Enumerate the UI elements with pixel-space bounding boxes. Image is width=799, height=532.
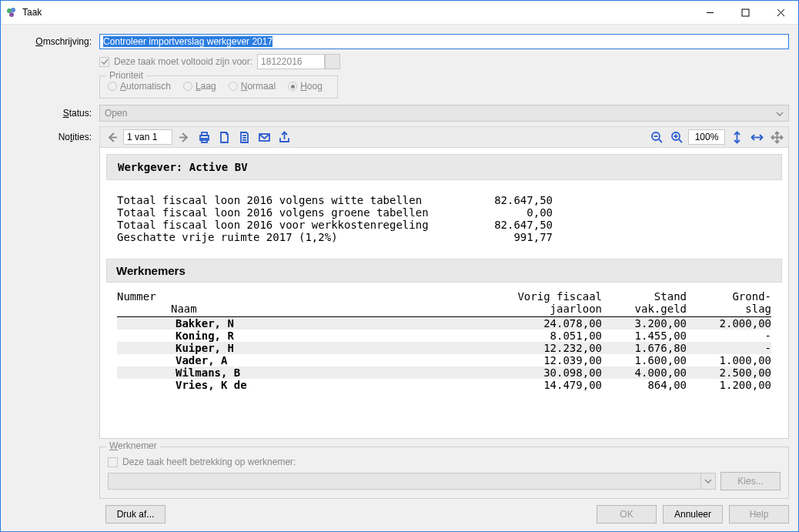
next-page-button[interactable]	[176, 129, 192, 146]
priority-radio-aag: Laag	[183, 81, 216, 92]
svg-rect-4	[742, 9, 749, 16]
table-row: Bakker, N24.078,003.200,002.000,00	[117, 317, 771, 330]
maximize-button[interactable]	[727, 1, 763, 24]
minimize-button[interactable]	[692, 1, 727, 24]
chevron-down-icon	[776, 108, 784, 119]
werknemer-combo	[108, 473, 716, 490]
deadline-picker-button	[325, 54, 340, 69]
deadline-input: 18122016	[257, 54, 325, 69]
totals-row: Totaal fiscaal loon 2016 voor werkkosten…	[117, 219, 771, 231]
omschrijving-input[interactable]: Controleer importverslag werkgever 2017	[99, 34, 789, 49]
svg-point-2	[9, 12, 14, 17]
deadline-checkbox	[99, 57, 109, 67]
document-button[interactable]	[236, 129, 252, 146]
window-controls	[692, 1, 798, 24]
print-dialog-button[interactable]: Druk af...	[105, 505, 165, 524]
fit-page-button[interactable]	[768, 129, 785, 146]
report-totals: Totaal fiscaal loon 2016 volgens witte t…	[106, 180, 782, 249]
window-title: Taak	[22, 7, 692, 18]
priority-fieldset: Prioriteit AutomatischLaagNormaalHoog	[99, 75, 338, 99]
cancel-button[interactable]: Annuleer	[663, 505, 723, 524]
table-row: Wilmans, B30.098,004.000,002.500,00	[117, 366, 771, 379]
werknemer-checkbox	[108, 457, 118, 467]
svg-point-1	[11, 8, 15, 12]
totals-row: Totaal fiscaal loon 2016 volgens groene …	[117, 206, 771, 219]
status-label: Status:	[10, 108, 99, 119]
kies-button: Kies...	[720, 472, 781, 490]
dialog-footer: Druk af... OK Annuleer Help	[99, 505, 789, 524]
prev-page-button[interactable]	[103, 129, 120, 146]
table-row: Vries, K de14.479,00864,001.200,00	[117, 379, 771, 391]
zoom-in-button[interactable]	[668, 129, 685, 146]
app-icon	[5, 6, 18, 18]
werknemer-fieldset: Werknemer Deze taak heeft betrekking op …	[99, 447, 789, 499]
pdf-button[interactable]	[216, 129, 232, 146]
priority-radio-utomatisch: Automatisch	[108, 81, 171, 92]
table-header: Nummer Naam Vorig fiscaaljaarloon Standv…	[117, 290, 771, 317]
help-button: Help	[729, 505, 789, 524]
priority-radio-oog: Hoog	[288, 81, 323, 92]
table-row: Vader, A12.039,001.600,001.000,00	[117, 354, 771, 366]
chevron-down-icon	[700, 473, 715, 489]
table-row: Kuiper, H12.232,001.676,80-	[117, 342, 771, 354]
fit-height-button[interactable]	[728, 129, 745, 146]
zoom-input[interactable]	[688, 129, 725, 145]
close-button[interactable]	[763, 1, 798, 24]
window-body: Omschrijving: Controleer importverslag w…	[1, 25, 798, 531]
pager-input[interactable]	[123, 129, 172, 145]
omschrijving-label: Omschrijving:	[10, 36, 99, 47]
notities-label: Notities:	[10, 132, 99, 142]
report-toolbar	[99, 126, 789, 148]
report-pane[interactable]: Werkgever: Active BV Totaal fiscaal loon…	[99, 148, 789, 439]
werknemer-checkbox-label: Deze taak heeft betrekking op werknemer:	[122, 457, 296, 467]
zoom-out-button[interactable]	[648, 129, 665, 146]
titlebar: Taak	[1, 1, 798, 25]
task-window: Taak Omschrijving: Controleer importvers…	[0, 0, 799, 532]
table-row: Koning, R8.051,001.455,00-	[117, 330, 771, 342]
totals-row: Totaal fiscaal loon 2016 volgens witte t…	[117, 194, 771, 206]
svg-line-17	[659, 139, 662, 142]
priority-legend: Prioriteit	[106, 70, 146, 81]
export-button[interactable]	[276, 129, 293, 146]
deadline-label: Deze taak moet voltooid zijn voor:	[114, 56, 252, 67]
print-button[interactable]	[196, 129, 212, 146]
fit-width-button[interactable]	[748, 129, 765, 146]
ok-button: OK	[597, 505, 657, 524]
werknemers-table: Nummer Naam Vorig fiscaaljaarloon Standv…	[106, 283, 782, 391]
svg-rect-10	[202, 132, 207, 136]
werknemers-section-title: Werknemers	[106, 259, 782, 283]
svg-point-0	[7, 8, 12, 13]
priority-radio-ormaal: Normaal	[229, 81, 276, 92]
werknemer-legend: Werknemer	[106, 440, 160, 451]
status-select: Open	[99, 105, 789, 122]
report-header: Werkgever: Active BV	[106, 154, 782, 180]
svg-line-20	[679, 139, 682, 142]
email-button[interactable]	[256, 129, 272, 146]
totals-row: Geschatte vrije ruimte 2017 (1,2%)991,77	[117, 231, 771, 243]
